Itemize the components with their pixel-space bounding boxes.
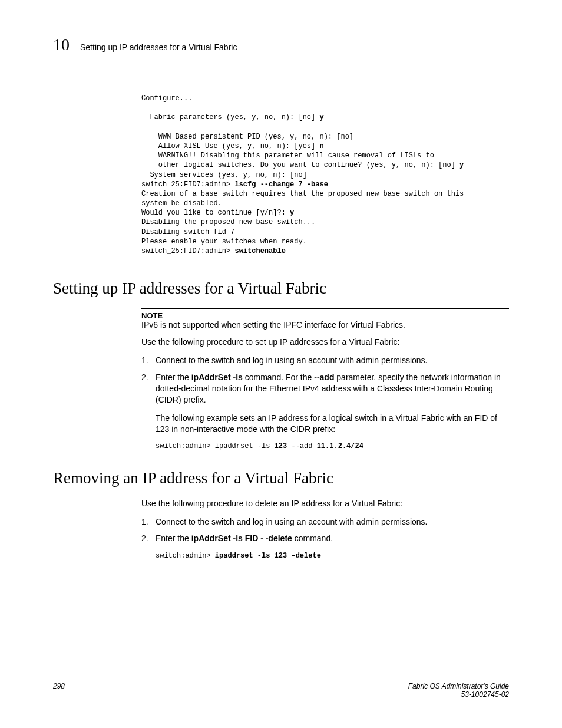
ordered-list: 1. Connect to the switch and log in usin… bbox=[141, 355, 509, 452]
param-add: --add bbox=[314, 373, 334, 382]
command-ipaddrset-ls: ipAddrSet -ls bbox=[191, 373, 243, 382]
page-number: 298 bbox=[53, 682, 65, 699]
intro-paragraph: Use the following procedure to delete an… bbox=[141, 498, 509, 509]
step-number: 1. bbox=[141, 355, 156, 366]
page-container: 10 Setting up IP addresses for a Virtual… bbox=[0, 0, 562, 728]
command-ipaddrset-delete: ipAddrSet -ls FID - -delete bbox=[191, 533, 292, 543]
ordered-list: 1. Connect to the switch and log in usin… bbox=[141, 516, 509, 561]
code-example: switch:admin> ipaddrset -ls 123 --add 11… bbox=[156, 442, 509, 451]
intro-paragraph: Use the following procedure to set up IP… bbox=[141, 337, 509, 348]
list-item: 1. Connect to the switch and log in usin… bbox=[141, 516, 509, 528]
section-heading-setting-ip: Setting up IP addresses for a Virtual Fa… bbox=[53, 279, 509, 298]
section-heading-removing-ip: Removing an IP address for a Virtual Fab… bbox=[53, 469, 509, 487]
doc-number: 53-1002745-02 bbox=[408, 690, 509, 699]
step-text: Enter the ipAddrSet -ls FID - -delete co… bbox=[156, 533, 509, 561]
step-number: 2. bbox=[141, 533, 156, 561]
code-example: switch:admin> ipaddrset -ls 123 –delete bbox=[156, 551, 509, 561]
terminal-output: Configure... Fabric parameters (yes, y, … bbox=[141, 94, 509, 256]
note-text: IPv6 is not supported when setting the I… bbox=[141, 320, 509, 330]
header-title: Setting up IP addresses for a Virtual Fa… bbox=[80, 42, 237, 52]
list-item: 1. Connect to the switch and log in usin… bbox=[141, 355, 509, 366]
note-block: NOTE IPv6 is not supported when setting … bbox=[141, 308, 509, 330]
step-number: 2. bbox=[141, 372, 156, 452]
step-paragraph: The following example sets an IP address… bbox=[156, 413, 509, 435]
step-number: 1. bbox=[141, 516, 156, 528]
list-item: 2. Enter the ipAddrSet -ls FID - -delete… bbox=[141, 533, 509, 561]
page-footer: 298 Fabric OS Administrator's Guide 53-1… bbox=[53, 682, 509, 699]
step-text: Connect to the switch and log in using a… bbox=[156, 516, 509, 528]
list-item: 2. Enter the ipAddrSet -ls command. For … bbox=[141, 372, 509, 452]
guide-title: Fabric OS Administrator's Guide bbox=[408, 682, 509, 690]
footer-right: Fabric OS Administrator's Guide 53-10027… bbox=[408, 682, 509, 699]
body-removing-ip: Use the following procedure to delete an… bbox=[141, 498, 509, 561]
chapter-number: 10 bbox=[53, 35, 70, 54]
step-text: Enter the ipAddrSet -ls command. For the… bbox=[156, 372, 509, 452]
step-text: Connect to the switch and log in using a… bbox=[156, 355, 509, 366]
page-header: 10 Setting up IP addresses for a Virtual… bbox=[53, 35, 509, 58]
body-setting-ip: Use the following procedure to set up IP… bbox=[141, 337, 509, 451]
note-label: NOTE bbox=[141, 311, 509, 320]
